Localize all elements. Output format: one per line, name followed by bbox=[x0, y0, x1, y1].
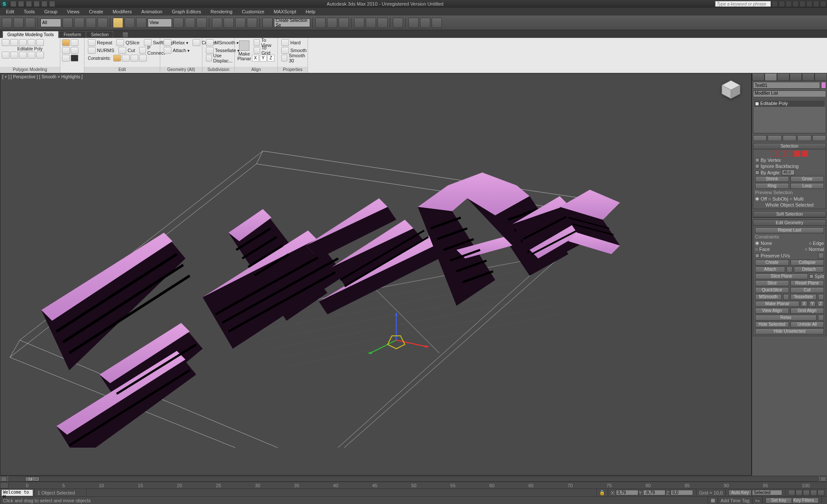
snap3-icon[interactable] bbox=[212, 18, 222, 28]
panel-label[interactable]: Polygon Modeling bbox=[0, 67, 60, 72]
add-time-tag[interactable]: Add Time Tag bbox=[718, 497, 752, 504]
modsel2-icon[interactable] bbox=[62, 47, 70, 54]
menu-modifiers[interactable]: Modifiers bbox=[108, 9, 136, 14]
qat-redo-icon[interactable] bbox=[41, 1, 47, 7]
pivot-icon[interactable] bbox=[173, 18, 183, 28]
search-input[interactable] bbox=[715, 1, 771, 7]
object-name-field[interactable]: Text01 bbox=[753, 82, 820, 89]
menu-grapheditors[interactable]: Graph Editors bbox=[168, 9, 205, 14]
border-icon[interactable] bbox=[19, 39, 27, 46]
selection-filter[interactable]: All bbox=[40, 19, 61, 27]
constraint-edge-icon[interactable] bbox=[122, 55, 130, 62]
modsel4-icon[interactable] bbox=[62, 55, 70, 62]
menu-group[interactable]: Group bbox=[40, 9, 62, 14]
cut-button[interactable]: Cut bbox=[117, 47, 137, 54]
comm-icon[interactable] bbox=[779, 1, 785, 7]
curve-editor-icon[interactable] bbox=[366, 18, 376, 28]
hard-button[interactable]: Hard bbox=[280, 39, 302, 46]
select-name-icon[interactable] bbox=[74, 18, 84, 28]
element-icon[interactable] bbox=[36, 39, 44, 46]
layers-icon[interactable] bbox=[339, 18, 349, 28]
relax-button[interactable]: Relax▾ bbox=[162, 39, 190, 46]
window-crossing-icon[interactable] bbox=[97, 18, 108, 28]
spinner-snap-icon[interactable] bbox=[247, 18, 257, 28]
menu-maxscript[interactable]: MAXScript bbox=[270, 9, 301, 14]
tab-motion-icon[interactable] bbox=[790, 73, 802, 81]
x-coord[interactable]: 3,79 bbox=[616, 490, 638, 495]
sel-vertex-icon[interactable] bbox=[771, 151, 777, 157]
make-planar-button[interactable]: Make Planar bbox=[236, 39, 252, 63]
help2-icon[interactable] bbox=[799, 1, 805, 7]
sel-border-icon[interactable] bbox=[787, 151, 793, 157]
time-slider[interactable]: 0 / 100 bbox=[0, 476, 827, 482]
pin-stack-icon[interactable] bbox=[753, 135, 767, 141]
ring-button[interactable]: Ring bbox=[755, 183, 789, 189]
rollout-soft-selection[interactable]: Soft Selection bbox=[753, 211, 826, 217]
tab-create-icon[interactable] bbox=[752, 73, 765, 81]
sel-element-icon[interactable] bbox=[802, 151, 808, 157]
preview-icon[interactable] bbox=[62, 39, 70, 46]
menu-create[interactable]: Create bbox=[84, 9, 107, 14]
qslice-button[interactable]: QSlice bbox=[115, 39, 141, 46]
goto-start-icon[interactable] bbox=[788, 490, 795, 496]
loop-button[interactable]: Loop bbox=[790, 183, 824, 189]
show-end-icon[interactable] bbox=[768, 135, 781, 141]
app-logo[interactable]: S bbox=[1, 0, 8, 7]
eg-detach-button[interactable]: Detach bbox=[794, 266, 824, 272]
maximize-icon[interactable] bbox=[813, 1, 819, 7]
next-frame-icon[interactable] bbox=[810, 490, 817, 496]
timeslider-right-icon[interactable] bbox=[820, 476, 826, 482]
shrink-button[interactable]: Shrink bbox=[755, 176, 789, 182]
stack-item-epoly[interactable]: ◼ Editable Poly bbox=[754, 100, 825, 107]
star-icon[interactable] bbox=[786, 1, 792, 7]
attach-button[interactable]: Attach▾ bbox=[162, 47, 191, 54]
configure-icon[interactable] bbox=[812, 135, 826, 141]
unlink-icon[interactable] bbox=[13, 18, 24, 28]
trackbar-toggle-icon[interactable] bbox=[0, 482, 9, 489]
qat-open-icon[interactable] bbox=[18, 1, 24, 7]
tab-hierarchy-icon[interactable] bbox=[777, 73, 790, 81]
viewport[interactable]: [ + ] [ Perspective ] [ Smooth + Highlig… bbox=[0, 73, 752, 476]
align-icon[interactable] bbox=[327, 18, 337, 28]
tab-selection[interactable]: Selection bbox=[86, 31, 113, 38]
eg-slice-button[interactable]: Slice bbox=[755, 280, 789, 286]
close-icon[interactable] bbox=[820, 1, 826, 7]
eg-reset-button[interactable]: Reset Plane bbox=[790, 280, 824, 286]
render-prod-icon[interactable] bbox=[432, 18, 442, 28]
eg-gridalign-button[interactable]: Grid Align bbox=[790, 308, 824, 314]
globe-icon[interactable] bbox=[793, 1, 799, 7]
keymode-select[interactable]: Selected bbox=[752, 490, 782, 495]
repeat-last-button[interactable]: Repeat Last bbox=[755, 227, 824, 233]
rendered-frame-icon[interactable] bbox=[420, 18, 430, 28]
modsel1-icon[interactable] bbox=[71, 39, 78, 46]
tab-modify-icon[interactable] bbox=[765, 73, 777, 81]
prev-frame-icon[interactable] bbox=[796, 490, 802, 496]
eg-tess-button[interactable]: Tessellate bbox=[790, 294, 817, 300]
tab-display-icon[interactable] bbox=[802, 73, 815, 81]
eg-cut-button[interactable]: Cut bbox=[790, 287, 824, 293]
help-icon[interactable] bbox=[772, 1, 778, 7]
scale-icon[interactable] bbox=[136, 18, 146, 28]
tab-graphite[interactable]: Graphite Modeling Tools bbox=[3, 31, 59, 38]
eg-sliceplane-button[interactable]: Slice Plane bbox=[755, 273, 808, 279]
angle-snap-icon[interactable] bbox=[224, 18, 234, 28]
constraint-none-icon[interactable] bbox=[113, 55, 121, 62]
percent-snap-icon[interactable] bbox=[235, 18, 246, 28]
named-selection[interactable]: Create Selection Se bbox=[274, 19, 310, 27]
ribbon-toggle-icon[interactable] bbox=[354, 18, 364, 28]
y-button[interactable]: Y bbox=[260, 55, 267, 62]
sel-edge-icon[interactable] bbox=[779, 151, 785, 157]
eg-attach-button[interactable]: Attach bbox=[755, 266, 785, 272]
menu-rendering[interactable]: Rendering bbox=[206, 9, 237, 14]
material-editor-icon[interactable] bbox=[393, 18, 403, 28]
eg-hidesel-button[interactable]: Hide Selected bbox=[755, 322, 789, 328]
isolate-icon[interactable]: ▦ bbox=[708, 497, 718, 504]
remove-mod-icon[interactable] bbox=[797, 135, 811, 141]
edge-icon[interactable] bbox=[10, 39, 18, 46]
timeslider-left-icon[interactable] bbox=[1, 476, 7, 482]
toggle3-icon[interactable] bbox=[19, 52, 27, 59]
z-button[interactable]: Z bbox=[267, 55, 274, 62]
constraint-face-icon[interactable] bbox=[131, 55, 138, 62]
swatch-icon[interactable] bbox=[71, 55, 78, 62]
preserve-settings-icon[interactable] bbox=[818, 253, 824, 259]
